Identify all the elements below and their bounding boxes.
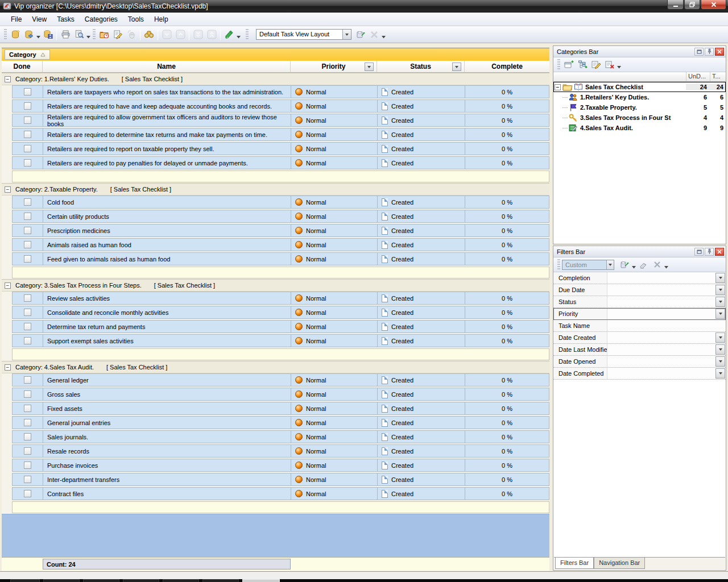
filter-dropdown-icon[interactable] xyxy=(715,368,725,379)
toolbar-grip[interactable] xyxy=(4,29,7,40)
filter-preset-combo[interactable]: Custom xyxy=(562,260,614,270)
task-priority-cell[interactable]: Normal xyxy=(291,225,378,236)
filter-value-field[interactable] xyxy=(607,272,715,284)
task-status-cell[interactable]: Created xyxy=(378,114,465,126)
task-complete-cell[interactable]: 0 % xyxy=(465,253,549,265)
collapse-group-icon[interactable]: − xyxy=(5,76,11,82)
collapse-tree-icon[interactable]: − xyxy=(555,84,561,90)
delete-filter-button[interactable] xyxy=(650,259,664,271)
filter-row-date-opened[interactable]: Date Opened xyxy=(553,356,726,368)
task-priority-cell[interactable]: Normal xyxy=(291,388,378,400)
task-row[interactable]: Retailers are required to allow governme… xyxy=(12,114,549,127)
tab-filters-bar[interactable]: Filters Bar xyxy=(555,558,594,569)
filter-row-due-date[interactable]: Due Date xyxy=(553,284,726,296)
filter-dropdown-icon[interactable] xyxy=(715,332,725,343)
move-down-button[interactable] xyxy=(160,28,173,41)
toolbar-grip[interactable] xyxy=(93,29,96,40)
tree-item-1-retailers-key-duties[interactable]: 1.Retailers' Key Duties.66 xyxy=(553,92,726,102)
column-header-undone[interactable]: UnD... xyxy=(686,72,710,81)
task-name-cell[interactable]: Fixed assets xyxy=(43,402,291,414)
task-priority-cell[interactable]: Normal xyxy=(291,445,378,457)
task-done-checkbox[interactable] xyxy=(24,447,31,455)
panel-close-icon[interactable] xyxy=(715,248,724,256)
task-priority-cell[interactable]: Normal xyxy=(291,335,378,347)
task-complete-cell[interactable]: 0 % xyxy=(465,306,549,318)
edit-task-button[interactable] xyxy=(111,28,125,41)
column-header-status[interactable]: Status xyxy=(377,61,465,72)
maximize-button[interactable] xyxy=(684,0,700,10)
task-priority-cell[interactable]: Normal xyxy=(291,114,378,126)
task-complete-cell[interactable]: 0 % xyxy=(465,445,549,457)
layouts-dropdown-icon[interactable] xyxy=(236,28,241,41)
panel-pin-icon[interactable] xyxy=(705,248,714,256)
menu-view[interactable]: View xyxy=(27,14,52,25)
task-name-cell[interactable]: Purchase invoices xyxy=(43,459,291,471)
task-status-cell[interactable]: Created xyxy=(378,239,465,251)
taskbar-button[interactable] xyxy=(10,579,40,582)
move-up-button[interactable] xyxy=(173,28,187,41)
task-done-checkbox[interactable] xyxy=(24,476,31,483)
task-complete-cell[interactable]: 0 % xyxy=(465,459,549,471)
task-status-cell[interactable]: Created xyxy=(378,143,465,155)
filter-value-field[interactable] xyxy=(607,284,715,296)
task-status-cell[interactable]: Created xyxy=(378,388,465,400)
taskbar-button[interactable] xyxy=(83,579,119,582)
task-priority-cell[interactable]: Normal xyxy=(291,86,378,98)
task-row[interactable]: Retailers are required to pay penalties … xyxy=(12,156,549,169)
task-name-cell[interactable]: Certain utility products xyxy=(43,210,291,222)
task-priority-cell[interactable]: Normal xyxy=(291,431,378,443)
task-status-cell[interactable]: Created xyxy=(378,253,465,265)
task-status-cell[interactable]: Created xyxy=(378,128,465,140)
task-name-cell[interactable]: General journal entries xyxy=(43,417,291,429)
task-name-cell[interactable]: Review sales activities xyxy=(43,292,291,304)
task-done-checkbox[interactable] xyxy=(24,490,31,497)
task-priority-cell[interactable]: Normal xyxy=(291,157,378,169)
task-complete-cell[interactable]: 0 % xyxy=(465,473,549,485)
task-done-checkbox[interactable] xyxy=(24,390,31,398)
task-done-checkbox[interactable] xyxy=(24,462,31,469)
filter-row-status[interactable]: Status xyxy=(553,296,726,308)
windows-taskbar[interactable] xyxy=(0,579,728,582)
new-checklist-button[interactable] xyxy=(562,59,576,71)
collapse-group-icon[interactable]: − xyxy=(5,186,11,193)
taskbar-button-active[interactable] xyxy=(242,579,280,582)
move-top-button[interactable] xyxy=(205,28,218,41)
task-done-checkbox[interactable] xyxy=(24,255,31,263)
task-complete-cell[interactable]: 0 % xyxy=(465,114,549,126)
task-name-cell[interactable]: Retailers are required to have and keep … xyxy=(43,100,291,112)
task-complete-cell[interactable]: 0 % xyxy=(465,100,549,112)
toolbar-grip[interactable] xyxy=(557,59,560,70)
layouts-button[interactable] xyxy=(222,28,236,41)
task-name-cell[interactable]: General ledger xyxy=(43,374,291,386)
task-row[interactable]: Cold foodNormalCreated0 % xyxy=(12,196,549,209)
filter-dropdown-icon[interactable] xyxy=(715,356,725,367)
taskbar-button[interactable] xyxy=(163,579,199,582)
task-priority-cell[interactable]: Normal xyxy=(291,128,378,140)
task-row[interactable]: Support exempt sales activitiesNormalCre… xyxy=(12,334,549,347)
minimize-button[interactable] xyxy=(667,0,684,10)
task-priority-cell[interactable]: Normal xyxy=(291,488,378,500)
filter-value-field[interactable] xyxy=(607,356,715,367)
task-status-cell[interactable]: Created xyxy=(378,402,465,414)
task-row[interactable]: Inter-department transfersNormalCreated0… xyxy=(12,473,549,486)
category-group-row[interactable]: −Category: 4.Sales Tax Audit.[ Sales Tax… xyxy=(2,361,549,373)
task-status-cell[interactable]: Created xyxy=(378,335,465,347)
task-complete-cell[interactable]: 0 % xyxy=(465,128,549,140)
layout-combo-dropdown-icon[interactable] xyxy=(342,30,351,39)
task-done-checkbox[interactable] xyxy=(24,145,31,152)
delete-layout-button[interactable] xyxy=(367,28,381,41)
task-name-cell[interactable]: Feed given to animals raised as human fo… xyxy=(43,253,291,265)
task-row[interactable]: Certain utility productsNormalCreated0 % xyxy=(12,210,549,223)
taskbar-button[interactable] xyxy=(43,579,80,582)
task-done-checkbox[interactable] xyxy=(24,213,31,220)
task-status-cell[interactable]: Created xyxy=(378,374,465,386)
task-done-checkbox[interactable] xyxy=(24,159,31,167)
filter-value-field[interactable] xyxy=(607,308,715,319)
tree-item-2-taxable-property[interactable]: 2.Taxable Property.55 xyxy=(553,102,726,113)
open-database-dropdown-icon[interactable] xyxy=(36,28,41,41)
task-done-checkbox[interactable] xyxy=(24,102,31,110)
task-row[interactable]: Animals raised as human foodNormalCreate… xyxy=(12,238,549,251)
filter-dropdown-icon[interactable] xyxy=(715,309,725,319)
task-complete-cell[interactable]: 0 % xyxy=(465,488,549,500)
task-status-cell[interactable]: Created xyxy=(378,100,465,112)
